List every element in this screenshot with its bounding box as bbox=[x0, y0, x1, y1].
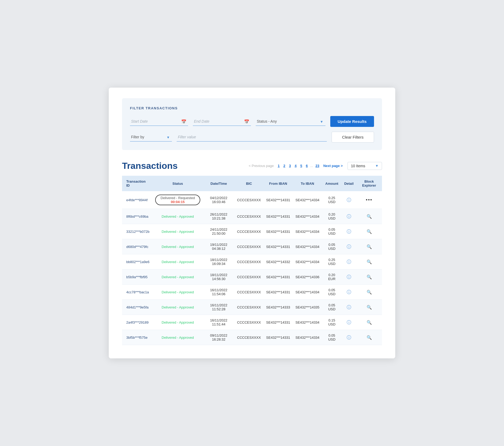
status-label: Delivered - Approved bbox=[162, 215, 194, 218]
detail-info-icon[interactable]: ⓘ bbox=[347, 259, 351, 264]
start-date-wrapper: 📅 bbox=[130, 117, 188, 126]
table-row: e4fde***8944fDelivered - Requested 00:04… bbox=[122, 191, 382, 209]
status-label: Delivered - Approved bbox=[162, 336, 194, 340]
cell-datetime: 09/11/2022 16:28:32 bbox=[203, 330, 234, 345]
clear-filters-button[interactable]: Clear Filters bbox=[332, 132, 374, 143]
end-date-calendar-icon[interactable]: 📅 bbox=[244, 119, 249, 124]
cell-block-explorer[interactable]: 🔍 bbox=[356, 209, 382, 224]
cell-block-explorer[interactable]: 🔍 bbox=[356, 315, 382, 330]
cell-datetime: 16/11/2022 11:52:28 bbox=[203, 300, 234, 315]
cell-transaction-id: d680d***479fc bbox=[122, 239, 153, 254]
update-results-button[interactable]: Update Results bbox=[330, 116, 374, 127]
cell-block-explorer[interactable]: 🔍 bbox=[356, 239, 382, 254]
cell-bic: CCCCESXXXX bbox=[234, 285, 264, 300]
col-header-datetime: Date/Time bbox=[203, 176, 234, 191]
detail-info-icon[interactable]: ⓘ bbox=[347, 275, 351, 280]
cell-block-explorer[interactable]: 🔍 bbox=[356, 300, 382, 315]
detail-info-icon[interactable]: ⓘ bbox=[347, 214, 351, 219]
cell-status: Delivered - Approved bbox=[153, 330, 203, 345]
cell-detail[interactable]: ⓘ bbox=[342, 315, 356, 330]
status-select-wrapper: Status - Any Delivered Pending Failed ▼ bbox=[256, 117, 325, 126]
cell-bic: CCCCESXXXX bbox=[234, 269, 264, 285]
end-date-input[interactable] bbox=[193, 117, 251, 126]
explorer-search-icon[interactable]: 🔍 bbox=[367, 320, 372, 325]
explorer-search-icon[interactable]: 🔍 bbox=[367, 260, 372, 264]
filter-section: FILTER TRANSACTIONS 📅 📅 Status - Any Del… bbox=[122, 98, 382, 150]
cell-to-iban: SE432***14334 bbox=[293, 209, 322, 224]
cell-detail[interactable]: ⓘ bbox=[342, 300, 356, 315]
col-header-transaction-id: Transaction ID bbox=[122, 176, 153, 191]
detail-info-icon[interactable]: ⓘ bbox=[347, 320, 351, 325]
explorer-search-icon[interactable]: 🔍 bbox=[367, 290, 372, 294]
detail-info-icon[interactable]: ⓘ bbox=[347, 229, 351, 234]
prev-page-button[interactable]: < Previous page bbox=[249, 164, 274, 168]
start-date-input[interactable] bbox=[130, 117, 188, 126]
cell-from-iban: SE432***14331 bbox=[263, 285, 293, 300]
explorer-search-icon[interactable]: 🔍 bbox=[367, 229, 372, 234]
cell-detail[interactable]: ⓘ bbox=[342, 254, 356, 269]
page-1-button[interactable]: 1 bbox=[276, 163, 281, 168]
cell-bic: CCCCESXXXX bbox=[234, 315, 264, 330]
status-select[interactable]: Status - Any Delivered Pending Failed bbox=[256, 117, 325, 126]
table-row: 4cc78***bac1aDelivered - Approved16/11/2… bbox=[122, 285, 382, 300]
transactions-title: Transactions bbox=[122, 161, 178, 171]
cell-detail[interactable]: ⓘ bbox=[342, 269, 356, 285]
table-row: 8f6bd***c69baDelivered - Approved26/11/2… bbox=[122, 209, 382, 224]
start-date-calendar-icon[interactable]: 📅 bbox=[181, 119, 186, 124]
detail-info-icon[interactable]: ⓘ bbox=[347, 244, 351, 249]
next-page-button[interactable]: Next page > bbox=[323, 164, 343, 168]
cell-bic: CCCCESXXXX bbox=[234, 254, 264, 269]
col-header-amount: Amount bbox=[322, 176, 342, 191]
cell-amount: 0.05 USD bbox=[322, 300, 342, 315]
table-row: bb802***1a9e6Delivered - Approved18/11/2… bbox=[122, 254, 382, 269]
items-per-page-select[interactable]: 10 Items ▼ bbox=[347, 162, 382, 170]
page-5-button[interactable]: 5 bbox=[299, 163, 303, 168]
filter-by-select[interactable]: Filter by Transaction ID BIC IBAN bbox=[130, 133, 172, 141]
cell-detail[interactable]: ⓘ bbox=[342, 224, 356, 239]
explorer-search-icon[interactable]: 🔍 bbox=[367, 275, 372, 279]
detail-info-icon[interactable]: ⓘ bbox=[347, 198, 351, 203]
cell-from-iban: SE432***14331 bbox=[263, 269, 293, 285]
page-6-button[interactable]: 6 bbox=[305, 163, 309, 168]
cell-block-explorer[interactable]: 🔍 bbox=[356, 269, 382, 285]
cell-amount: 0.25 USD bbox=[322, 191, 342, 209]
end-date-wrapper: 📅 bbox=[193, 117, 251, 126]
cell-block-explorer[interactable]: ••• bbox=[356, 191, 382, 209]
table-row: 484d1***9e5faDelivered - Approved16/11/2… bbox=[122, 300, 382, 315]
page-last-button[interactable]: 23 bbox=[314, 163, 320, 168]
items-per-page-arrow-icon: ▼ bbox=[375, 164, 379, 168]
page-2-button[interactable]: 2 bbox=[282, 163, 286, 168]
cell-block-explorer[interactable]: 🔍 bbox=[356, 254, 382, 269]
cell-detail[interactable]: ⓘ bbox=[342, 209, 356, 224]
page-3-button[interactable]: 3 bbox=[288, 163, 292, 168]
cell-block-explorer[interactable]: 🔍 bbox=[356, 285, 382, 300]
transactions-section: Transactions < Previous page 1 2 3 4 5 6… bbox=[122, 161, 382, 345]
filter-title: FILTER TRANSACTIONS bbox=[130, 106, 374, 110]
explorer-search-icon[interactable]: 🔍 bbox=[367, 245, 372, 249]
cell-detail[interactable]: ⓘ bbox=[342, 239, 356, 254]
items-per-page-label: 10 Items bbox=[351, 164, 365, 168]
cell-block-explorer[interactable]: 🔍 bbox=[356, 330, 382, 345]
explorer-search-icon[interactable]: 🔍 bbox=[367, 305, 372, 310]
cell-amount: 0.05 USD bbox=[322, 224, 342, 239]
cell-from-iban: SE432***14332 bbox=[263, 254, 293, 269]
detail-info-icon[interactable]: ⓘ bbox=[347, 290, 351, 295]
cell-block-explorer[interactable]: 🔍 bbox=[356, 224, 382, 239]
status-label: Delivered - Approved bbox=[162, 245, 194, 249]
cell-bic: CCCCESXXXX bbox=[234, 330, 264, 345]
detail-info-icon[interactable]: ⓘ bbox=[347, 335, 351, 340]
cell-amount: 0.20 EUR bbox=[322, 269, 342, 285]
transactions-table: Transaction ID Status Date/Time BIC From… bbox=[122, 176, 382, 345]
explorer-search-icon[interactable]: 🔍 bbox=[367, 214, 372, 219]
explorer-search-icon[interactable]: 🔍 bbox=[367, 335, 372, 340]
transactions-header: Transactions < Previous page 1 2 3 4 5 6… bbox=[122, 161, 382, 171]
explorer-dots-icon[interactable]: ••• bbox=[366, 197, 372, 203]
table-row: 33212***b072bDelivered - Approved24/11/2… bbox=[122, 224, 382, 239]
cell-detail[interactable]: ⓘ bbox=[342, 285, 356, 300]
detail-info-icon[interactable]: ⓘ bbox=[347, 305, 351, 310]
page-4-button[interactable]: 4 bbox=[293, 163, 298, 168]
table-row: d680d***479fcDelivered - Approved19/11/2… bbox=[122, 239, 382, 254]
cell-detail[interactable]: ⓘ bbox=[342, 330, 356, 345]
filter-value-input[interactable] bbox=[177, 133, 327, 141]
cell-detail[interactable]: ⓘ bbox=[342, 191, 356, 209]
